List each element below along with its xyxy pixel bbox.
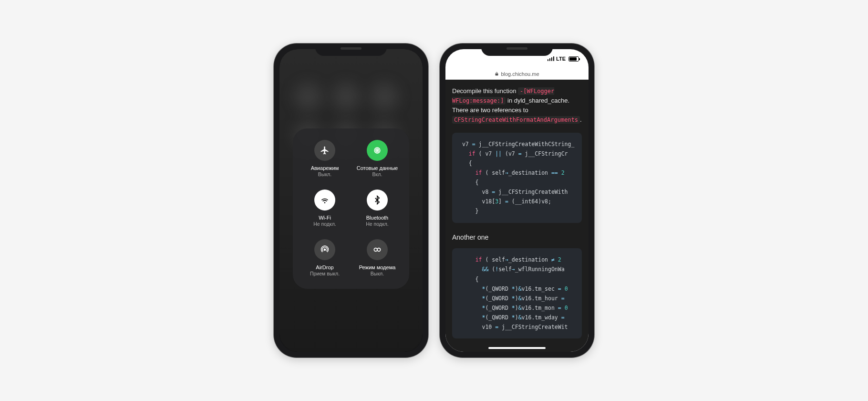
airplane-title: Авиарежим [311, 165, 339, 171]
hotspot-title: Режим модема [359, 264, 396, 271]
code-block-1: v7 = j__CFStringCreateWithCString_ if ( … [452, 133, 582, 223]
bluetooth-title: Bluetooth [366, 214, 388, 221]
intro-paragraph: Decompile this function -[WFLogger WFLog… [452, 86, 582, 125]
signal-icon [548, 56, 555, 61]
svg-point-3 [377, 248, 381, 252]
subheading: Another one [452, 232, 582, 243]
airplane-icon [314, 140, 335, 161]
wifi-title: Wi-Fi [319, 214, 331, 221]
phone-pair: Авиарежим Выкл. Сотовые данные Вкл. Wi-F… [274, 43, 594, 358]
phone-right: LTE blog.chichou.me Decompile this funct… [440, 43, 594, 358]
bluetooth-icon [367, 190, 388, 211]
hotspot-toggle[interactable]: Режим модема Выкл. [351, 239, 403, 277]
notch [481, 43, 553, 56]
airplane-status: Выкл. [318, 171, 331, 178]
home-indicator[interactable] [488, 347, 546, 349]
url-text: blog.chichou.me [501, 71, 539, 77]
cellular-icon [367, 140, 388, 161]
airdrop-icon [314, 239, 335, 260]
lock-icon [495, 72, 499, 76]
airdrop-toggle[interactable]: AirDrop Прием выкл. [299, 239, 351, 277]
screen-safari: LTE blog.chichou.me Decompile this funct… [445, 49, 589, 352]
svg-point-1 [324, 249, 325, 250]
airdrop-title: AirDrop [316, 264, 333, 271]
cellular-status: Вкл. [372, 171, 382, 178]
hotspot-icon [367, 239, 388, 260]
address-bar[interactable]: blog.chichou.me [445, 68, 589, 80]
code-block-2: if ( self→_destination ≠ 2 && (!self→_wf… [452, 248, 582, 338]
connectivity-panel[interactable]: Авиарежим Выкл. Сотовые данные Вкл. Wi-F… [293, 128, 409, 289]
notch [315, 43, 387, 56]
page-content[interactable]: Decompile this function -[WFLogger WFLog… [445, 80, 589, 352]
inline-code-2: CFStringCreateWithFormatAndArguments [452, 116, 580, 124]
battery-icon [568, 56, 579, 62]
bluetooth-status: Не подкл. [366, 221, 389, 228]
screen-control-center: Авиарежим Выкл. Сотовые данные Вкл. Wi-F… [279, 49, 423, 352]
cellular-data-toggle[interactable]: Сотовые данные Вкл. [351, 140, 403, 178]
svg-point-2 [374, 248, 377, 252]
wifi-icon [314, 190, 335, 211]
airdrop-status: Прием выкл. [310, 271, 340, 277]
hotspot-status: Выкл. [371, 271, 384, 277]
network-label: LTE [556, 56, 566, 62]
bluetooth-toggle[interactable]: Bluetooth Не подкл. [351, 190, 403, 228]
phone-left: Авиарежим Выкл. Сотовые данные Вкл. Wi-F… [274, 43, 428, 358]
wifi-toggle[interactable]: Wi-Fi Не подкл. [299, 190, 351, 228]
airplane-mode-toggle[interactable]: Авиарежим Выкл. [299, 140, 351, 178]
cellular-title: Сотовые данные [357, 165, 398, 171]
svg-point-0 [377, 150, 378, 151]
wifi-status: Не подкл. [313, 221, 336, 228]
